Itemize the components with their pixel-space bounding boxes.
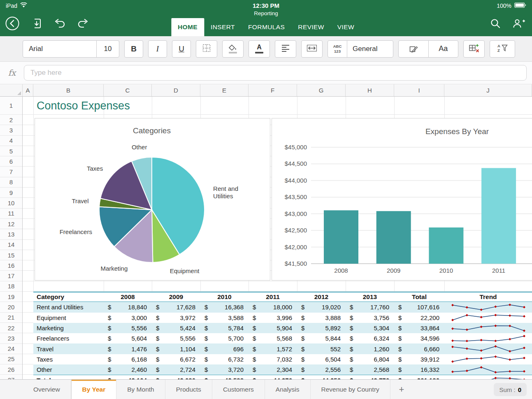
- column-header-A[interactable]: A: [23, 84, 33, 96]
- cell-freelancers-2013[interactable]: $6,324: [346, 333, 394, 343]
- font-size[interactable]: 10: [97, 45, 119, 53]
- alignment-button[interactable]: [275, 40, 296, 58]
- cell-rent-and-utilities-2013[interactable]: $17,760: [346, 302, 394, 312]
- row-header-20[interactable]: 20: [0, 302, 22, 312]
- cell-rent-and-utilities-2008[interactable]: $18,840: [104, 302, 152, 312]
- column-header-J[interactable]: J: [444, 84, 532, 96]
- borders-button[interactable]: [196, 40, 217, 58]
- ribbon-tab-home[interactable]: HOME: [171, 18, 204, 36]
- cell-equipment-2008[interactable]: $3,000: [104, 313, 152, 323]
- cell-freelancers-2010[interactable]: $5,700: [200, 333, 249, 343]
- cell-other-total[interactable]: $16,332: [394, 364, 444, 375]
- trend-cell-rent-and-utilities[interactable]: [444, 302, 532, 312]
- select-all-corner[interactable]: [0, 84, 23, 96]
- cell-other-2009[interactable]: $2,724: [152, 364, 200, 375]
- trend-cell-travel[interactable]: [444, 343, 532, 354]
- cell-total-2011[interactable]: $44,376: [249, 375, 297, 379]
- table-header-total[interactable]: Total: [394, 292, 444, 302]
- row-header-21[interactable]: 21: [0, 313, 22, 323]
- share-people-button[interactable]: [512, 18, 525, 30]
- back-button[interactable]: [5, 16, 20, 32]
- cell-equipment-2009[interactable]: $3,972: [152, 313, 200, 323]
- row-header-3[interactable]: 3: [0, 125, 22, 135]
- font-name[interactable]: Arial: [23, 45, 96, 53]
- cell-travel-2012[interactable]: $552: [297, 343, 346, 354]
- cell-styles-button[interactable]: Aa: [429, 41, 458, 57]
- cell-B1-title[interactable]: Contoso Expenses: [37, 100, 130, 112]
- table-header-category[interactable]: Category: [33, 292, 104, 302]
- trend-cell-equipment[interactable]: [444, 313, 532, 323]
- cell-category-equipment[interactable]: Equipment: [33, 313, 104, 323]
- row-header-23[interactable]: 23: [0, 333, 22, 343]
- ribbon-tab-review[interactable]: REVIEW: [291, 18, 331, 36]
- cell-total-2012[interactable]: $44,256: [297, 375, 346, 379]
- column-header-H[interactable]: H: [346, 84, 394, 96]
- sheet-tab-by-year[interactable]: By Year: [71, 380, 117, 399]
- row-header-8[interactable]: 8: [0, 177, 22, 188]
- cell-marketing-2008[interactable]: $5,556: [104, 323, 152, 333]
- cell-other-2011[interactable]: $2,304: [249, 364, 297, 375]
- sheet-tab-by-month[interactable]: By Month: [116, 380, 165, 399]
- sheet-tab-revenue-by-country[interactable]: Revenue by Country: [311, 380, 390, 399]
- cell-equipment-2010[interactable]: $3,588: [200, 313, 249, 323]
- row-header-12[interactable]: 12: [0, 219, 22, 229]
- row-header-11[interactable]: 11: [0, 209, 22, 219]
- pie-chart[interactable]: CategoriesRent andUtilitiesEquipmentMark…: [35, 118, 270, 281]
- cell-taxes-2008[interactable]: $6,168: [104, 354, 152, 364]
- row-header-17[interactable]: 17: [0, 271, 22, 281]
- row-header-16[interactable]: 16: [0, 260, 22, 271]
- merge-cells-button[interactable]: [301, 40, 323, 58]
- column-header-F[interactable]: F: [249, 84, 297, 96]
- row-header-25[interactable]: 25: [0, 354, 22, 364]
- font-control[interactable]: Arial 10: [23, 40, 119, 58]
- cell-rent-and-utilities-2009[interactable]: $17,628: [152, 302, 200, 312]
- trend-cell-taxes[interactable]: [444, 354, 532, 364]
- row-header-1[interactable]: 1: [0, 97, 22, 115]
- row-header-27[interactable]: 27: [0, 375, 22, 379]
- row-header-14[interactable]: 14: [0, 240, 22, 250]
- trend-cell-freelancers[interactable]: [444, 333, 532, 343]
- redo-button[interactable]: [77, 18, 89, 30]
- cell-travel-2009[interactable]: $1,104: [152, 343, 200, 354]
- table-header-2013[interactable]: 2013: [346, 292, 394, 302]
- search-button[interactable]: [490, 18, 501, 30]
- cell-category-freelancers[interactable]: Freelancers: [33, 333, 104, 343]
- row-header-19[interactable]: 19: [0, 292, 22, 302]
- sheet-tab-overview[interactable]: Overview: [23, 380, 71, 399]
- fill-color-button[interactable]: [222, 40, 244, 58]
- save-button[interactable]: [31, 18, 42, 30]
- cell-taxes-2009[interactable]: $6,672: [152, 354, 200, 364]
- cell-total-total[interactable]: $261,180: [394, 375, 444, 379]
- cell-equipment-total[interactable]: $22,200: [394, 313, 444, 323]
- cell-total-2013[interactable]: $43,776: [346, 375, 394, 379]
- column-header-G[interactable]: G: [297, 84, 346, 96]
- cell-taxes-2012[interactable]: $6,504: [297, 354, 346, 364]
- row-header-13[interactable]: 13: [0, 229, 22, 239]
- column-header-I[interactable]: I: [394, 84, 444, 96]
- cell-taxes-2013[interactable]: $6,804: [346, 354, 394, 364]
- cell-marketing-2012[interactable]: $5,892: [297, 323, 346, 333]
- row-header-7[interactable]: 7: [0, 167, 22, 177]
- trend-cell-marketing[interactable]: [444, 323, 532, 333]
- row-header-10[interactable]: 10: [0, 198, 22, 208]
- cell-marketing-total[interactable]: $33,864: [394, 323, 444, 333]
- cell-freelancers-2012[interactable]: $5,844: [297, 333, 346, 343]
- cell-equipment-2011[interactable]: $3,996: [249, 313, 297, 323]
- undo-button[interactable]: [53, 18, 66, 30]
- bold-button[interactable]: B: [124, 40, 143, 58]
- cell-freelancers-2009[interactable]: $5,556: [152, 333, 200, 343]
- cell-category-taxes[interactable]: Taxes: [33, 354, 104, 364]
- cell-category-marketing[interactable]: Marketing: [33, 323, 104, 333]
- cell-marketing-2010[interactable]: $5,784: [200, 323, 249, 333]
- cell-travel-2010[interactable]: $696: [200, 343, 249, 354]
- number-format-value[interactable]: General: [347, 45, 377, 53]
- cell-equipment-2013[interactable]: $3,756: [346, 313, 394, 323]
- cell-category-total[interactable]: Total: [33, 375, 104, 379]
- cell-travel-2008[interactable]: $1,476: [104, 343, 152, 354]
- italic-button[interactable]: I: [148, 40, 167, 58]
- row-header-18[interactable]: 18: [0, 281, 22, 292]
- table-header-2012[interactable]: 2012: [297, 292, 346, 302]
- cell-freelancers-2008[interactable]: $5,604: [104, 333, 152, 343]
- sort-filter-button[interactable]: AZ: [490, 40, 515, 58]
- cell-other-2010[interactable]: $3,720: [200, 364, 249, 375]
